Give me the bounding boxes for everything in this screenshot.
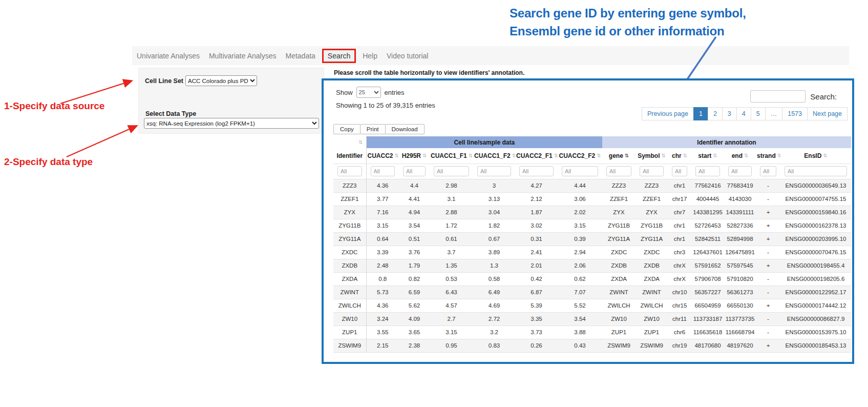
sort-icon-end[interactable]: ⇅: [744, 153, 748, 158]
column-header-h295r[interactable]: H295R⇅: [399, 148, 430, 164]
nav-item-multivariate-analyses[interactable]: Multivariate Analyses: [204, 50, 281, 62]
pagination-page-3[interactable]: 3: [722, 107, 737, 120]
pagination-page-5[interactable]: 5: [751, 107, 766, 120]
nav-item-metadata[interactable]: Metadata: [281, 50, 320, 62]
pagination: Previous page12345…1573Next page: [642, 107, 848, 120]
entries-label: entries: [385, 89, 405, 96]
column-header-identifier[interactable]: Identifier: [333, 148, 366, 164]
column-label-gene: gene: [609, 152, 623, 159]
column-header-start[interactable]: start⇅: [691, 148, 724, 164]
column-header-cuacc2-f1[interactable]: CUACC2_F1⇅: [515, 148, 558, 164]
filter-input-gene[interactable]: [606, 166, 631, 176]
filter-cell-cuacc2-f2: [558, 164, 602, 179]
column-header-cuacc1-f1[interactable]: CUACC1_F1⇅: [430, 148, 473, 164]
group-header-identifier-annotation: Identifier annotation: [602, 136, 851, 148]
pagination-page-1573[interactable]: 1573: [782, 107, 808, 120]
filter-input-ensid[interactable]: [785, 166, 847, 176]
cell-cuacc1-f2: 2.72: [473, 312, 515, 325]
data-type-select[interactable]: xsq: RNA-seq Expression (log2 FPKM+1): [144, 118, 319, 129]
cell-gene: ZZZ3: [602, 179, 636, 192]
cell-cuacc2: 7.16: [366, 206, 399, 219]
sort-icon-ensid[interactable]: ⇅: [823, 153, 827, 158]
column-header-chr[interactable]: chr⇅: [668, 148, 691, 164]
cell-strand: +: [756, 339, 780, 352]
filter-input-chr[interactable]: [672, 166, 687, 176]
filter-input-cuacc2[interactable]: [371, 166, 395, 176]
cell-start: 57591652: [691, 259, 724, 272]
filter-input-symbol[interactable]: [640, 166, 664, 176]
filter-input-cuacc1-f1[interactable]: [434, 166, 469, 176]
table-row: ZUP13.553.653.153.23.733.88ZUP1ZUP1chr61…: [333, 325, 851, 339]
column-header-cuacc1-f2[interactable]: CUACC1_F2⇅: [473, 148, 515, 164]
gene-data-table: ⇅Cell line/sample dataIdentifier annotat…: [333, 136, 851, 353]
export-download-button[interactable]: Download: [385, 124, 425, 134]
cell-ensid: ENSG00000122952.17: [780, 286, 851, 299]
filter-input-end[interactable]: [728, 166, 752, 176]
sort-icon-cuacc2[interactable]: ⇅: [395, 153, 399, 158]
table-row: ZYG11A0.640.510.610.670.310.39ZYG11AZYG1…: [333, 232, 851, 246]
cell-cuacc2-f2: 3.88: [558, 325, 602, 339]
cell-h295r: 4.41: [399, 192, 430, 206]
filter-cell-end: [724, 164, 756, 179]
cell-symbol: ZZEF1: [636, 192, 668, 206]
filter-input-start[interactable]: [695, 166, 720, 176]
table-search: Search:: [750, 90, 837, 103]
pagination-page-2[interactable]: 2: [708, 107, 723, 120]
column-header-gene[interactable]: gene⇅: [602, 148, 636, 164]
sort-icon-symbol[interactable]: ⇅: [662, 153, 666, 158]
sort-icon-cuacc1-f2[interactable]: ⇅: [512, 153, 515, 158]
cell-start: 57906708: [691, 272, 724, 286]
filter-input-strand[interactable]: [760, 166, 776, 176]
table-row: ZXDA0.80.820.530.580.420.62ZXDAZXDAchrX5…: [333, 272, 851, 286]
cell-gene: ZYX: [602, 206, 636, 219]
sort-icon-strand[interactable]: ⇅: [777, 153, 780, 158]
cell-line-set-select[interactable]: ACC Colorado plus PDX: [185, 75, 257, 86]
cell-cuacc2: 2.15: [366, 339, 399, 352]
sort-icon-h295r[interactable]: ⇅: [422, 153, 427, 158]
sort-icon-cuacc2-f2[interactable]: ⇅: [597, 153, 601, 158]
nav-item-video-tutorial[interactable]: Video tutorial: [382, 50, 433, 62]
cell-end: 66550130: [724, 299, 756, 312]
sort-icon-start[interactable]: ⇅: [713, 153, 717, 158]
search-input[interactable]: [750, 90, 806, 103]
filter-input-cuacc1-f2[interactable]: [477, 166, 511, 176]
filter-input-cuacc2-f2[interactable]: [562, 166, 598, 176]
blue-annotation: Search gene ID by entering gene symbol, …: [510, 4, 746, 40]
column-header-cuacc2[interactable]: CUACC2⇅: [366, 148, 399, 164]
pagination-next-button[interactable]: Next page: [807, 107, 848, 120]
blue-annotation-line1: Search gene ID by entering gene symbol,: [510, 4, 746, 22]
table-row: ZXDB2.481.791.351.32.012.06ZXDBZXDBchrX5…: [333, 259, 851, 272]
export-copy-button[interactable]: Copy: [333, 124, 361, 134]
export-print-button[interactable]: Print: [360, 124, 386, 134]
table-row: ZYX7.164.942.883.041.872.02ZYXZYXchr7143…: [333, 206, 851, 219]
cell-symbol: ZWINT: [636, 286, 668, 299]
pagination-page-4[interactable]: 4: [736, 107, 751, 120]
filter-cell-identifier: [333, 164, 366, 179]
column-header-cuacc2-f2[interactable]: CUACC2_F2⇅: [558, 148, 602, 164]
sort-icon-cuacc2-f1[interactable]: ⇅: [554, 153, 558, 158]
nav-item-univariate-analyses[interactable]: Univariate Analyses: [132, 50, 204, 62]
table-row: ZSWIM92.152.380.950.830.260.43ZSWIM9ZSWI…: [333, 339, 851, 352]
pagination-previous-button[interactable]: Previous page: [642, 107, 694, 120]
pagination-page-1[interactable]: 1: [693, 107, 708, 120]
sort-icon-chr[interactable]: ⇅: [683, 153, 687, 158]
page-length-select[interactable]: 25: [356, 87, 381, 98]
cell-start: 66504959: [691, 299, 724, 312]
column-header-strand[interactable]: strand⇅: [756, 148, 780, 164]
filter-input-identifier[interactable]: [337, 166, 362, 176]
search-label: Search:: [810, 92, 837, 101]
filter-input-h295r[interactable]: [403, 166, 426, 176]
sort-icon-cuacc1-f1[interactable]: ⇅: [469, 153, 473, 158]
cell-h295r: 6.59: [399, 286, 430, 299]
sort-icon-gene[interactable]: ⇅: [625, 153, 629, 158]
nav-item-search[interactable]: Search: [322, 49, 356, 63]
nav-item-help[interactable]: Help: [358, 50, 382, 62]
identifier-sort-icon[interactable]: ⇅: [358, 139, 363, 145]
column-header-end[interactable]: end⇅: [724, 148, 756, 164]
column-header-symbol[interactable]: Symbol⇅: [636, 148, 668, 164]
table-row: ZYG11B3.153.541.721.823.023.15ZYG11BZYG1…: [333, 219, 851, 232]
cell-chr: chr3: [668, 246, 691, 259]
column-header-ensid[interactable]: EnsID⇅: [780, 148, 851, 164]
filter-input-cuacc2-f1[interactable]: [519, 166, 554, 176]
column-label-cuacc2-f2: CUACC2_F2: [559, 152, 595, 159]
